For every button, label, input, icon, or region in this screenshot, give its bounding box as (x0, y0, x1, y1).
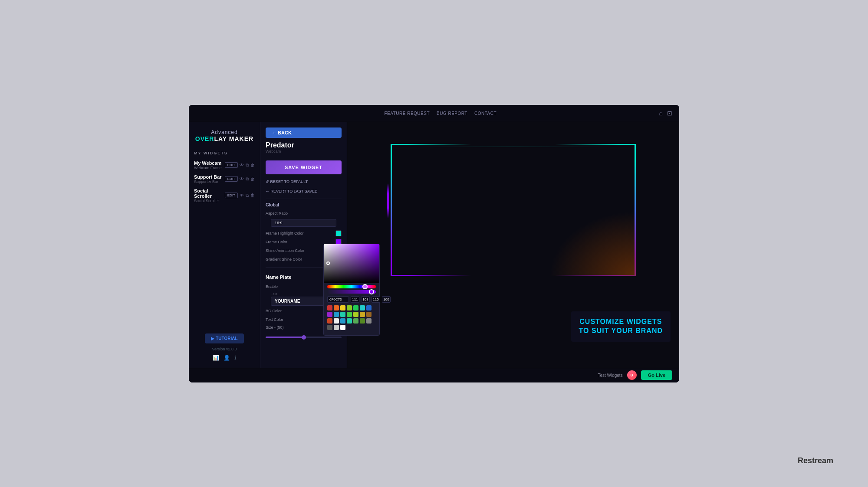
corner-bl (391, 259, 408, 276)
color-gradient-area[interactable] (324, 244, 379, 283)
bug-report-link[interactable]: BUG REPORT (437, 111, 467, 116)
text-color-label: Text Color (266, 317, 283, 322)
delete-social-icon[interactable]: 🗑 (250, 193, 255, 198)
eye-webcam-icon[interactable]: 👁 (240, 163, 244, 167)
revert-to-last-saved-button[interactable]: ← REVERT TO LAST SAVED (266, 187, 342, 195)
tech-left-element (385, 183, 391, 218)
preset-color-14[interactable] (366, 312, 372, 317)
preset-color-19[interactable] (353, 318, 358, 324)
widget-item-header-support: Support Bar Supporter Bar EDIT 👁 ⧉ 🗑 (194, 174, 255, 184)
preset-color-5[interactable] (353, 305, 358, 311)
delete-support-icon[interactable]: 🗑 (250, 176, 255, 181)
frame-highlight-row: Frame Highlight Color (260, 229, 347, 238)
widget-item-webcam: My Webcam Webcam Frame EDIT 👁 ⧉ 🗑 (194, 160, 255, 170)
preset-color-18[interactable] (347, 318, 352, 324)
contact-link[interactable]: CONTACT (474, 111, 496, 116)
sidebar: Advanced OVERLAY MAKER MY WIDGETS My Web… (189, 122, 260, 368)
logo-lay: LAY (214, 135, 227, 142)
opacity-cursor (369, 289, 374, 294)
edit-webcam-btn[interactable]: EDIT (225, 162, 238, 168)
preset-color-3[interactable] (340, 305, 345, 311)
logo-maker-text: MAKER (229, 135, 253, 142)
preset-color-12[interactable] (353, 312, 358, 317)
chart-icon[interactable]: 📊 (213, 355, 219, 361)
go-live-button[interactable]: Go Live (641, 370, 672, 380)
bottom-bar: Test Widgets U Go Live (189, 368, 679, 382)
a-input[interactable] (382, 296, 391, 303)
widget-subtitle: Webcam (266, 149, 342, 154)
preset-colors (324, 304, 379, 332)
widget-item-social: Social Scroller Social Scroller EDIT 👁 ⧉… (194, 188, 255, 203)
reset-to-default-button[interactable]: ↺ RESET TO DEFAULT (266, 178, 342, 186)
aspect-ratio-row: Aspect Ratio (260, 210, 347, 217)
delete-webcam-icon[interactable]: 🗑 (250, 163, 255, 167)
widget-name-social: Social Scroller Social Scroller (194, 188, 225, 203)
logo-advanced-text: Advanced (194, 129, 255, 135)
widget-controls-social: EDIT 👁 ⧉ 🗑 (225, 193, 255, 198)
hue-slider[interactable] (327, 285, 376, 288)
preset-color-2[interactable] (334, 305, 339, 311)
hue-cursor (362, 284, 368, 289)
preset-color-9[interactable] (334, 312, 339, 317)
eye-support-icon[interactable]: 👁 (240, 176, 244, 181)
size-slider[interactable] (266, 337, 342, 338)
preset-color-16[interactable] (334, 318, 339, 324)
hex-input[interactable] (327, 296, 349, 303)
preset-color-23[interactable] (334, 325, 339, 330)
sidebar-bottom: ▶ TUTORIAL Version v2.0.0 📊 👤 ℹ (194, 333, 255, 361)
frame-color-label: Frame Color (266, 240, 287, 244)
promo-box: CUSTOMIZE WIDGETS TO SUIT YOUR BRAND (571, 311, 671, 342)
edit-social-btn[interactable]: EDIT (225, 193, 238, 198)
preset-color-13[interactable] (360, 312, 365, 317)
edit-support-btn[interactable]: EDIT (225, 176, 238, 182)
preset-color-22[interactable] (327, 325, 332, 330)
preset-color-1[interactable] (327, 305, 332, 311)
aspect-ratio-select[interactable]: 16:9 4:3 (271, 219, 336, 227)
preset-color-7[interactable] (366, 305, 372, 311)
user-avatar[interactable]: U (627, 370, 637, 380)
preset-color-8[interactable] (327, 312, 332, 317)
b-input[interactable] (372, 296, 380, 303)
header-bar: FEATURE REQUEST BUG REPORT CONTACT ⌂ ⊡ (189, 105, 679, 122)
user-icon[interactable]: 👤 (224, 355, 230, 361)
copy-support-icon[interactable]: ⧉ (246, 176, 249, 182)
tutorial-button[interactable]: ▶ TUTORIAL (205, 333, 243, 343)
copy-webcam-icon[interactable]: ⧉ (246, 163, 249, 168)
shine-animation-label: Shine Animation Color (266, 248, 304, 253)
widget-item-support: Support Bar Supporter Bar EDIT 👁 ⧉ 🗑 (194, 174, 255, 184)
info-icon[interactable]: ℹ (234, 355, 237, 361)
color-picker-popup (323, 244, 380, 336)
back-button[interactable]: ← BACK (266, 127, 342, 138)
deco-line-top (412, 147, 614, 147)
preset-color-11[interactable] (347, 312, 352, 317)
sidebar-footer-icons: 📊 👤 ℹ (213, 355, 237, 361)
r-input[interactable] (351, 296, 359, 303)
settings-icon[interactable]: ⊡ (667, 110, 672, 117)
preset-color-20[interactable] (360, 318, 365, 324)
preset-color-6[interactable] (360, 305, 365, 311)
preset-color-24[interactable] (340, 325, 345, 330)
preset-color-4[interactable] (347, 305, 352, 311)
home-icon[interactable]: ⌂ (659, 110, 663, 117)
logo-ov: OVER (195, 135, 214, 142)
frame-highlight-swatch[interactable] (335, 230, 342, 236)
preset-color-15[interactable] (327, 318, 332, 324)
eye-social-icon[interactable]: 👁 (240, 193, 244, 198)
feature-request-link[interactable]: FEATURE REQUEST (384, 111, 430, 116)
preset-color-10[interactable] (340, 312, 345, 317)
global-section-label: Global (260, 203, 347, 207)
preset-color-17[interactable] (340, 318, 345, 324)
header-icons: ⌂ ⊡ (659, 110, 672, 117)
preset-color-21[interactable] (366, 318, 372, 324)
widget-name-webcam: My Webcam Webcam Frame (194, 160, 222, 170)
frame-highlight-label: Frame Highlight Color (266, 231, 304, 235)
g-input[interactable] (361, 296, 370, 303)
save-widget-button[interactable]: SAVE WIDGET (266, 160, 342, 174)
widget-name-support: Support Bar Supporter Bar (194, 174, 222, 184)
promo-text: CUSTOMIZE WIDGETS TO SUIT YOUR BRAND (579, 317, 663, 336)
version-label: Version v2.0.0 (212, 347, 237, 351)
copy-social-icon[interactable]: ⧉ (246, 193, 249, 198)
gradient-shine-label: Gradient Shine Color (266, 257, 302, 261)
opacity-slider[interactable] (327, 290, 376, 294)
hex-row (324, 295, 379, 304)
